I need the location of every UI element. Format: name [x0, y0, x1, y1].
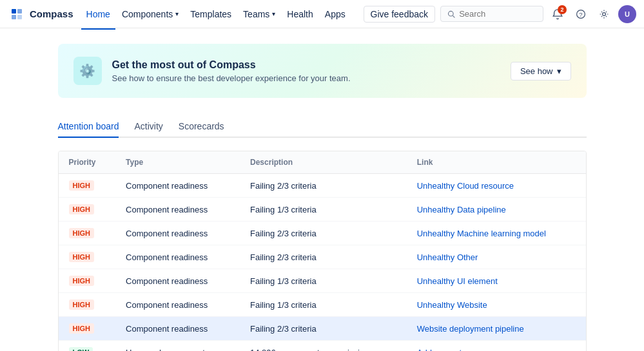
nav-item-templates[interactable]: Templates: [185, 6, 237, 22]
banner: ⚙️ Get the most out of Compass See how t…: [58, 44, 587, 98]
cell-type: Component readiness: [115, 174, 240, 198]
cell-link: Unhealthy UI element: [407, 269, 586, 293]
cell-description: Failing 2/3 criteria: [240, 222, 407, 245]
row-link[interactable]: Add owner teams: [417, 348, 482, 352]
banner-text: Get the most out of Compass See how to e…: [112, 59, 351, 83]
priority-badge: HIGH: [69, 180, 95, 191]
main-tabs: Attention board Activity Scorecards: [58, 116, 587, 138]
cell-priority: HIGH: [59, 198, 116, 222]
cell-type: Component readiness: [115, 222, 240, 245]
cell-priority: HIGH: [59, 245, 116, 269]
logo-icon: [8, 5, 26, 23]
banner-left: ⚙️ Get the most out of Compass See how t…: [73, 57, 351, 85]
col-priority: Priority: [59, 151, 116, 174]
attention-table: Priority Type Description Link HIGH Comp…: [58, 151, 587, 351]
table-row: HIGH Component readiness Failing 2/3 cri…: [59, 317, 586, 341]
table-header: Priority Type Description Link: [59, 151, 586, 174]
cell-link: Unhealthy Other: [407, 245, 586, 269]
cell-description: 14,896 components are missing: [240, 341, 407, 352]
banner-icon: ⚙️: [73, 57, 102, 85]
cell-link: Unhealthy Website: [407, 293, 586, 317]
cell-type: Component readiness: [115, 269, 240, 293]
priority-badge: HIGH: [69, 276, 95, 286]
priority-badge: LOW: [69, 347, 93, 351]
banner-subtitle: See how to ensure the best developer exp…: [112, 73, 351, 83]
svg-text:?: ?: [579, 11, 582, 18]
nav-items: Home Components ▾ Templates Teams ▾ Heal…: [81, 6, 361, 22]
priority-badge: HIGH: [69, 323, 95, 334]
table-row: HIGH Component readiness Failing 1/3 cri…: [59, 293, 586, 317]
row-link[interactable]: Unhealthy Data pipeline: [417, 205, 506, 214]
row-link[interactable]: Unhealthy UI element: [417, 276, 498, 286]
cell-priority: HIGH: [59, 222, 116, 245]
settings-icon: [599, 9, 609, 19]
cell-type: Component readiness: [115, 317, 240, 341]
svg-rect-3: [17, 15, 22, 19]
svg-rect-1: [17, 9, 22, 14]
row-link[interactable]: Unhealthy Machine learning model: [417, 229, 546, 238]
help-icon: ?: [576, 9, 586, 19]
search-input[interactable]: [459, 9, 536, 19]
cell-type: Component readiness: [115, 245, 240, 269]
table: Priority Type Description Link HIGH Comp…: [59, 151, 586, 351]
row-link[interactable]: Unhealthy Other: [417, 252, 478, 262]
table-body: HIGH Component readiness Failing 2/3 cri…: [59, 174, 586, 352]
col-type: Type: [115, 151, 240, 174]
cell-priority: HIGH: [59, 317, 116, 341]
col-description: Description: [240, 151, 407, 174]
cell-description: Failing 1/3 criteria: [240, 293, 407, 317]
table-row: HIGH Component readiness Failing 2/3 cri…: [59, 222, 586, 245]
cell-description: Failing 1/3 criteria: [240, 269, 407, 293]
table-row: HIGH Component readiness Failing 1/3 cri…: [59, 198, 586, 222]
priority-badge: HIGH: [69, 252, 95, 262]
cell-priority: LOW: [59, 341, 116, 352]
settings-button[interactable]: [595, 5, 613, 23]
chevron-down-icon: ▾: [175, 10, 179, 17]
cell-description: Failing 2/3 criteria: [240, 174, 407, 198]
priority-badge: HIGH: [69, 299, 95, 310]
cell-link: Unhealthy Cloud resource: [407, 174, 586, 198]
svg-point-4: [449, 11, 454, 16]
nav-item-teams[interactable]: Teams ▾: [238, 6, 280, 22]
help-button[interactable]: ?: [572, 5, 590, 23]
banner-title: Get the most out of Compass: [112, 59, 351, 71]
cell-type: Component readiness: [115, 198, 240, 222]
logo[interactable]: Compass: [8, 5, 73, 23]
tab-scorecards[interactable]: Scorecards: [179, 116, 224, 138]
col-link: Link: [407, 151, 586, 174]
svg-point-8: [603, 12, 606, 15]
search-icon: [447, 10, 455, 19]
nav-item-home[interactable]: Home: [81, 6, 115, 22]
svg-line-5: [453, 15, 454, 17]
cell-priority: HIGH: [59, 269, 116, 293]
cell-priority: HIGH: [59, 293, 116, 317]
cell-priority: HIGH: [59, 174, 116, 198]
cell-link: Unhealthy Data pipeline: [407, 198, 586, 222]
nav-item-health[interactable]: Health: [282, 6, 318, 22]
navbar: Compass Home Components ▾ Templates Team…: [0, 0, 644, 28]
notifications-button[interactable]: 2: [549, 5, 567, 23]
tab-attention-board[interactable]: Attention board: [58, 116, 119, 138]
row-link[interactable]: Website deployment pipeline: [417, 324, 524, 334]
row-link[interactable]: Unhealthy Cloud resource: [417, 181, 514, 191]
cell-link: Add owner teams: [407, 341, 586, 352]
table-row: HIGH Component readiness Failing 1/3 cri…: [59, 269, 586, 293]
feedback-button[interactable]: Give feedback: [364, 6, 436, 23]
avatar[interactable]: U: [618, 5, 636, 23]
table-row: LOW Unowned components 14,896 components…: [59, 341, 586, 352]
tab-activity[interactable]: Activity: [134, 116, 162, 138]
svg-rect-0: [12, 9, 16, 14]
table-row: HIGH Component readiness Failing 2/3 cri…: [59, 174, 586, 198]
see-how-button[interactable]: See how ▾: [511, 62, 571, 81]
nav-item-components[interactable]: Components ▾: [117, 6, 184, 22]
cell-type: Component readiness: [115, 293, 240, 317]
cell-link: Website deployment pipeline: [407, 317, 586, 341]
chevron-down-icon: ▾: [272, 10, 275, 17]
search-box[interactable]: [440, 6, 543, 22]
cell-description: Failing 2/3 criteria: [240, 317, 407, 341]
logo-text: Compass: [30, 8, 73, 19]
cell-type: Unowned components: [115, 341, 240, 352]
nav-item-apps[interactable]: Apps: [320, 6, 351, 22]
row-link[interactable]: Unhealthy Website: [417, 300, 487, 310]
cell-description: Failing 1/3 criteria: [240, 198, 407, 222]
